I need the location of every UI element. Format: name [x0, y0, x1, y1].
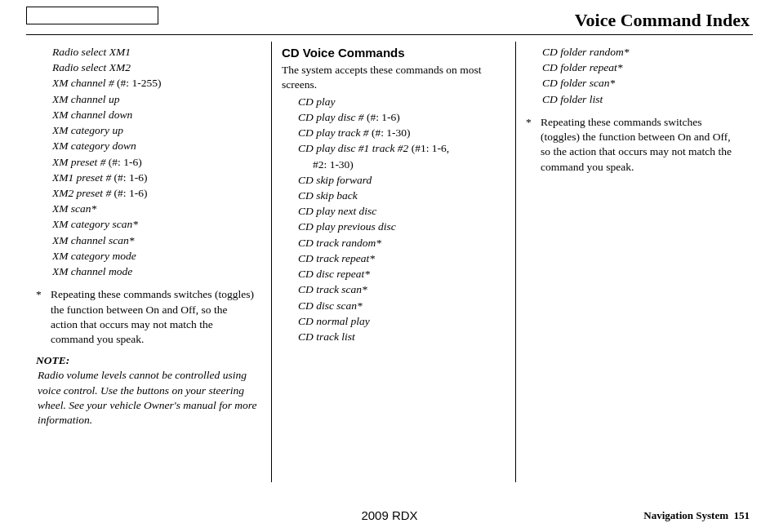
command-line: XM2 preset # (#: 1-6): [52, 186, 261, 201]
command-line: CD track list: [298, 330, 505, 344]
command-param: (#1: 1-6,: [408, 142, 449, 154]
command-line: XM scan*: [52, 202, 261, 216]
command-line: CD disc repeat*: [298, 267, 505, 282]
command-line: XM category scan*: [52, 217, 261, 232]
command-param: (#: 1-30): [369, 126, 411, 139]
command-ital: CD play next disc: [298, 205, 376, 217]
xm-command-list: Radio select XM1Radio select XM2XM chann…: [36, 45, 261, 279]
command-line: XM1 preset # (#: 1-6): [52, 171, 261, 185]
command-ital: CD disc scan*: [298, 299, 363, 312]
footer-model-year: 2009 RDX: [361, 508, 417, 522]
command-line: CD normal play: [298, 314, 505, 329]
command-line: CD skip forward: [298, 173, 505, 188]
command-line: XM category up: [52, 123, 261, 138]
column-2: CD Voice Commands The system accepts the…: [271, 42, 516, 482]
command-ital: CD track scan*: [298, 283, 367, 295]
command-line: CD play next disc: [298, 204, 505, 219]
command-ital: XM preset #: [52, 156, 105, 168]
command-line: CD play previous disc: [298, 219, 505, 234]
command-ital: XM category mode: [52, 250, 136, 262]
column-3: CD folder random*CD folder repeat*CD fol…: [516, 42, 753, 482]
command-wrap: #2: 1-30): [298, 157, 505, 172]
command-ital: XM category scan*: [52, 218, 138, 230]
command-line: CD track random*: [298, 236, 505, 250]
command-ital: CD play track #: [298, 126, 369, 139]
command-ital: Radio select XM2: [52, 61, 131, 73]
command-param: (#: 1-6): [105, 156, 141, 168]
command-ital: XM channel #: [52, 77, 114, 89]
cd-section-heading: CD Voice Commands: [282, 45, 505, 61]
col3-starnote: * Repeating these commands switches (tog…: [526, 115, 743, 175]
cd-folder-command-list: CD folder random*CD folder repeat*CD fol…: [526, 45, 743, 107]
col1-starnote: * Repeating these commands switches (tog…: [36, 287, 261, 347]
command-ital: XM channel scan*: [52, 234, 134, 246]
page-footer: 2009 RDX Navigation System 151: [0, 509, 779, 522]
horizontal-rule: [26, 34, 753, 35]
command-ital: CD play: [298, 95, 335, 108]
command-line: CD track repeat*: [298, 251, 505, 266]
command-param: (#: 1-6): [111, 187, 147, 199]
command-line: CD skip back: [298, 188, 505, 203]
command-line: XM category down: [52, 139, 261, 153]
command-ital: CD folder repeat*: [542, 61, 623, 73]
column-1: Radio select XM1Radio select XM2XM chann…: [26, 42, 271, 482]
col3-starnote-text: Repeating these commands switches (toggl…: [541, 115, 738, 175]
asterisk-icon: *: [36, 287, 51, 347]
command-ital: CD skip back: [298, 189, 358, 202]
content-columns: Radio select XM1Radio select XM2XM chann…: [26, 42, 753, 482]
cd-intro-text: The system accepts these commands on mos…: [282, 63, 505, 92]
command-ital: XM2 preset #: [52, 187, 111, 199]
command-ital: CD normal play: [298, 315, 370, 327]
command-ital: CD folder scan*: [542, 77, 615, 89]
command-ital: XM channel down: [52, 109, 132, 121]
command-line: Radio select XM1: [52, 45, 261, 60]
command-ital: CD play previous disc: [298, 220, 396, 233]
footer-page-number: 151: [734, 509, 750, 521]
command-line: CD folder scan*: [542, 76, 743, 91]
footer-page-info: Navigation System 151: [643, 509, 750, 522]
command-ital: CD track list: [298, 330, 355, 343]
header-box: [26, 7, 158, 24]
command-line: XM channel mode: [52, 264, 261, 279]
col1-starnote-text: Repeating these commands switches (toggl…: [51, 287, 256, 347]
command-ital: CD track random*: [298, 237, 381, 249]
command-line: CD folder list: [542, 92, 743, 107]
command-line: CD play disc # (#: 1-6): [298, 110, 505, 125]
command-line: XM preset # (#: 1-6): [52, 155, 261, 170]
command-ital: XM category up: [52, 124, 123, 136]
command-line: XM channel up: [52, 92, 261, 107]
command-ital: CD folder random*: [542, 46, 630, 58]
command-line: XM channel # (#: 1-255): [52, 76, 261, 91]
command-line: XM category mode: [52, 249, 261, 264]
note-body: Radio volume levels cannot be controlled…: [38, 368, 261, 428]
cd-command-list: CD playCD play disc # (#: 1-6)CD play tr…: [282, 95, 505, 345]
footer-section-label: Navigation System: [643, 509, 728, 521]
command-line: XM channel down: [52, 108, 261, 122]
command-ital: CD folder list: [542, 93, 603, 105]
command-line: CD play: [298, 95, 505, 109]
command-ital: XM scan*: [52, 202, 96, 215]
command-line: CD play track # (#: 1-30): [298, 126, 505, 140]
command-line: CD track scan*: [298, 282, 505, 297]
command-ital: CD track repeat*: [298, 252, 375, 264]
command-ital: XM channel mode: [52, 265, 132, 277]
command-param: (#: 1-6): [111, 171, 147, 184]
asterisk-icon: *: [526, 115, 541, 175]
command-ital: CD play disc #: [298, 111, 364, 123]
command-line: Radio select XM2: [52, 60, 261, 75]
note-heading: NOTE:: [36, 353, 261, 368]
command-ital: XM1 preset #: [52, 171, 111, 184]
command-param: (#: 1-255): [114, 77, 162, 89]
command-ital: XM channel up: [52, 93, 119, 105]
command-line: CD play disc #1 track #2 (#1: 1-6,: [298, 141, 505, 156]
command-ital: CD disc repeat*: [298, 268, 370, 280]
command-ital: XM category down: [52, 140, 136, 152]
command-line: CD folder random*: [542, 45, 743, 60]
command-ital: CD skip forward: [298, 174, 372, 186]
command-line: XM channel scan*: [52, 233, 261, 248]
command-line: CD folder repeat*: [542, 60, 743, 75]
command-ital: CD play disc #1 track #2: [298, 142, 408, 154]
command-param: (#: 1-6): [364, 111, 400, 123]
command-line: CD disc scan*: [298, 299, 505, 313]
command-ital: Radio select XM1: [52, 46, 131, 58]
